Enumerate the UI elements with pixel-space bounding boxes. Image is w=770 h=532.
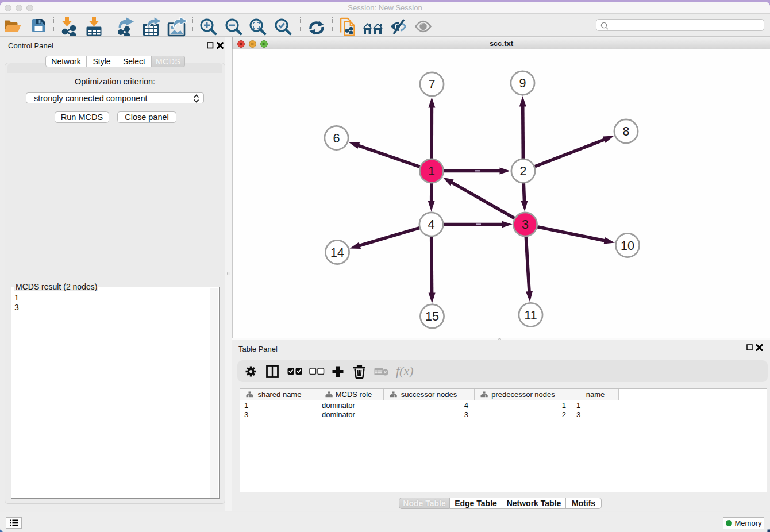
svg-text:8: 8 xyxy=(623,125,630,138)
svg-text:14: 14 xyxy=(330,246,344,260)
svg-text:11: 11 xyxy=(524,309,537,322)
svg-text:2: 2 xyxy=(520,164,527,178)
svg-text:1: 1 xyxy=(428,164,435,178)
svg-text:10: 10 xyxy=(621,239,634,253)
svg-text:7: 7 xyxy=(429,78,436,91)
svg-text:6: 6 xyxy=(333,132,340,145)
svg-text:3: 3 xyxy=(522,218,529,232)
svg-text:4: 4 xyxy=(428,218,435,232)
svg-text:15: 15 xyxy=(425,310,439,323)
svg-text:9: 9 xyxy=(519,76,526,90)
